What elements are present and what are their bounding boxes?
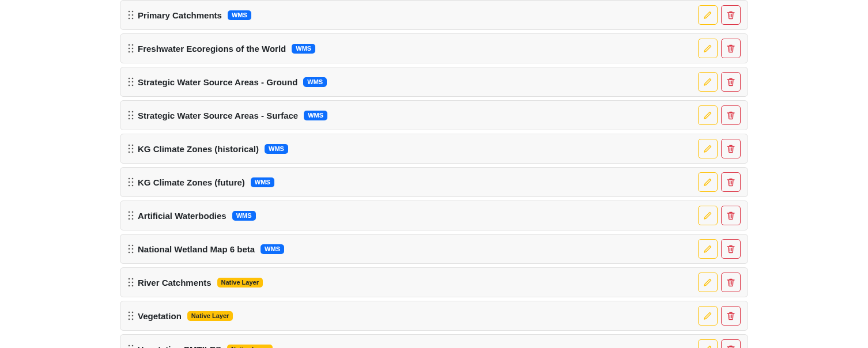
trash-icon bbox=[726, 111, 735, 120]
delete-button[interactable] bbox=[721, 72, 741, 92]
drag-handle-icon[interactable] bbox=[127, 10, 134, 20]
svg-point-11 bbox=[132, 51, 134, 53]
trash-icon bbox=[726, 345, 735, 348]
drag-handle-icon[interactable] bbox=[127, 311, 134, 320]
pencil-icon bbox=[703, 211, 712, 220]
edit-button[interactable] bbox=[698, 105, 718, 125]
svg-point-47 bbox=[132, 252, 134, 254]
layer-left: National Wetland Map 6 betaWMS bbox=[127, 244, 284, 254]
svg-point-0 bbox=[129, 11, 130, 13]
svg-point-12 bbox=[129, 78, 130, 80]
svg-point-13 bbox=[132, 78, 134, 80]
svg-point-22 bbox=[129, 118, 130, 120]
svg-point-55 bbox=[132, 312, 134, 313]
svg-point-51 bbox=[132, 282, 134, 283]
badge-native: Native Layer bbox=[217, 278, 263, 288]
layer-actions bbox=[698, 139, 741, 158]
delete-button[interactable] bbox=[721, 339, 741, 348]
svg-point-6 bbox=[129, 44, 130, 46]
edit-button[interactable] bbox=[698, 139, 718, 158]
delete-button[interactable] bbox=[721, 273, 741, 292]
svg-point-41 bbox=[132, 218, 134, 220]
svg-point-36 bbox=[129, 211, 130, 213]
pencil-icon bbox=[703, 345, 712, 348]
layer-left: Strategic Water Source Areas - SurfaceWM… bbox=[127, 111, 327, 120]
layer-row: River CatchmentsNative Layer bbox=[120, 267, 748, 297]
badge-wms: WMS bbox=[251, 177, 274, 187]
pencil-icon bbox=[703, 177, 712, 187]
drag-handle-icon[interactable] bbox=[127, 345, 134, 348]
drag-handle-icon[interactable] bbox=[127, 244, 134, 254]
layer-row: Strategic Water Source Areas - SurfaceWM… bbox=[120, 100, 748, 130]
svg-point-15 bbox=[132, 81, 134, 83]
edit-button[interactable] bbox=[698, 339, 718, 348]
drag-handle-icon[interactable] bbox=[127, 111, 134, 120]
svg-point-59 bbox=[132, 319, 134, 320]
delete-button[interactable] bbox=[721, 39, 741, 58]
svg-point-18 bbox=[129, 111, 130, 113]
edit-button[interactable] bbox=[698, 5, 718, 25]
trash-icon bbox=[726, 211, 735, 220]
edit-button[interactable] bbox=[698, 172, 718, 192]
layer-name: Freshwater Ecoregions of the World bbox=[138, 44, 286, 54]
layer-name: Strategic Water Source Areas - Ground bbox=[138, 77, 297, 87]
badge-native: Native Layer bbox=[227, 345, 273, 349]
layer-name: Vegetation bbox=[138, 311, 182, 321]
layer-row: VegetationNative Layer bbox=[120, 301, 748, 331]
svg-point-14 bbox=[129, 81, 130, 83]
svg-point-26 bbox=[129, 148, 130, 150]
edit-button[interactable] bbox=[698, 206, 718, 225]
edit-button[interactable] bbox=[698, 306, 718, 326]
badge-wms: WMS bbox=[232, 211, 256, 221]
svg-point-32 bbox=[129, 181, 130, 183]
delete-button[interactable] bbox=[721, 206, 741, 225]
drag-handle-icon[interactable] bbox=[127, 77, 134, 86]
delete-button[interactable] bbox=[721, 105, 741, 125]
layer-name: KG Climate Zones (future) bbox=[138, 177, 245, 187]
layer-row: KG Climate Zones (future)WMS bbox=[120, 167, 748, 197]
drag-handle-icon[interactable] bbox=[127, 177, 134, 187]
svg-point-53 bbox=[132, 285, 134, 287]
delete-button[interactable] bbox=[721, 306, 741, 326]
svg-point-46 bbox=[129, 252, 130, 254]
pencil-icon bbox=[703, 144, 712, 153]
layer-left: Artificial WaterbodiesWMS bbox=[127, 211, 256, 221]
layer-name: National Wetland Map 6 beta bbox=[138, 244, 255, 254]
svg-point-54 bbox=[129, 312, 130, 313]
svg-point-45 bbox=[132, 248, 134, 250]
svg-point-2 bbox=[129, 14, 130, 16]
edit-button[interactable] bbox=[698, 273, 718, 292]
edit-button[interactable] bbox=[698, 39, 718, 58]
svg-point-25 bbox=[132, 145, 134, 146]
svg-point-56 bbox=[129, 315, 130, 317]
badge-native: Native Layer bbox=[187, 311, 233, 321]
drag-handle-icon[interactable] bbox=[127, 211, 134, 220]
layer-row: National Wetland Map 6 betaWMS bbox=[120, 234, 748, 264]
svg-point-1 bbox=[132, 11, 134, 13]
delete-button[interactable] bbox=[721, 172, 741, 192]
drag-handle-icon[interactable] bbox=[127, 278, 134, 287]
edit-button[interactable] bbox=[698, 72, 718, 92]
svg-point-16 bbox=[129, 85, 130, 86]
pencil-icon bbox=[703, 311, 712, 320]
trash-icon bbox=[726, 177, 735, 187]
svg-point-5 bbox=[132, 18, 134, 20]
layer-name: River Catchments bbox=[138, 278, 212, 288]
svg-point-43 bbox=[132, 245, 134, 247]
svg-point-48 bbox=[129, 278, 130, 280]
layer-row: Primary CatchmentsWMS bbox=[120, 0, 748, 30]
drag-handle-icon[interactable] bbox=[127, 144, 134, 153]
svg-point-17 bbox=[132, 85, 134, 86]
svg-point-29 bbox=[132, 152, 134, 153]
delete-button[interactable] bbox=[721, 5, 741, 25]
svg-point-21 bbox=[132, 115, 134, 116]
svg-point-57 bbox=[132, 315, 134, 317]
edit-button[interactable] bbox=[698, 239, 718, 259]
layer-row: Vegetation PMTILESNative Layer bbox=[120, 334, 748, 348]
delete-button[interactable] bbox=[721, 139, 741, 158]
delete-button[interactable] bbox=[721, 239, 741, 259]
drag-handle-icon[interactable] bbox=[127, 44, 134, 53]
badge-wms: WMS bbox=[265, 144, 288, 154]
svg-point-39 bbox=[132, 215, 134, 217]
layer-left: KG Climate Zones (future)WMS bbox=[127, 177, 274, 187]
